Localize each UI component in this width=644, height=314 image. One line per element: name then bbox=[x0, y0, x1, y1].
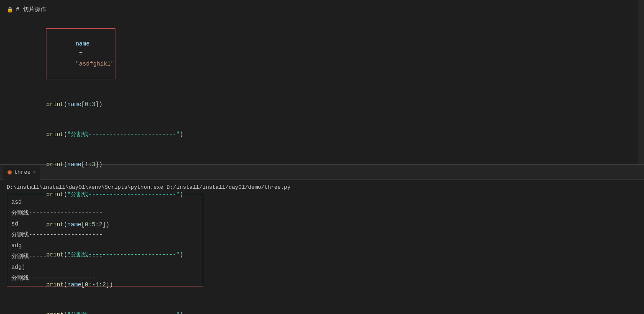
section-title: # 切片操作 bbox=[16, 6, 46, 13]
code-line-9: print("分割线-------------------------") bbox=[25, 300, 619, 314]
code-line-5: print("分割线-------------------------") bbox=[25, 180, 619, 210]
editor-area: 🔒 # 切片操作 name = "asdfghikl" print(name[0… bbox=[0, 0, 644, 165]
code-line-6: print(name[0:5:2]) bbox=[25, 210, 619, 240]
code-line-8: print(name[0:-1:2]) bbox=[25, 270, 619, 300]
highlighted-assignment: name = "asdfghikl" bbox=[46, 28, 115, 79]
editor-scrollbar[interactable] bbox=[638, 0, 644, 164]
code-line-2: print(name[0:3]) bbox=[25, 89, 619, 119]
code-line-4: print(name[1:3]) bbox=[25, 149, 619, 180]
lock-icon: 🔒 bbox=[7, 6, 13, 13]
code-line-1: name = "asdfghikl" bbox=[25, 18, 619, 89]
code-line-3: print("分割线-------------------------") bbox=[25, 119, 619, 149]
var-name: name bbox=[76, 41, 90, 47]
editor-header: 🔒 # 切片操作 bbox=[0, 4, 644, 17]
code-line-7: print("分割线-------------------------") bbox=[25, 240, 619, 270]
string-value: "asdfghikl" bbox=[76, 61, 114, 67]
code-block: name = "asdfghikl" print(name[0:3]) prin… bbox=[0, 17, 644, 314]
